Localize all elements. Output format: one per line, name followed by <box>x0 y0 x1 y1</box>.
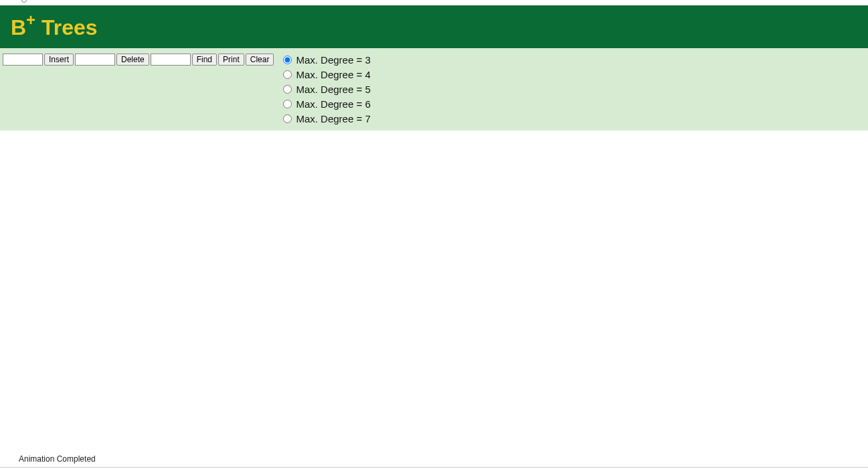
degree-radio-4[interactable] <box>283 70 292 79</box>
degree-option-3[interactable]: Max. Degree = 3 <box>283 53 370 68</box>
degree-radio-3[interactable] <box>283 56 292 64</box>
degree-label: Max. Degree = 5 <box>296 82 370 97</box>
degree-label: Max. Degree = 6 <box>296 97 370 112</box>
degree-option-5[interactable]: Max. Degree = 5 <box>283 82 370 97</box>
title-superscript: + <box>26 11 35 29</box>
bottom-divider <box>0 467 868 468</box>
insert-button[interactable]: Insert <box>44 54 74 66</box>
controls-left: Insert Delete Find Print Clear <box>3 51 274 66</box>
page-header: B+ Trees <box>0 5 868 48</box>
delete-input[interactable] <box>75 54 115 66</box>
degree-options: Max. Degree = 3 Max. Degree = 4 Max. Deg… <box>283 51 370 126</box>
decorative-circle-icon <box>21 0 27 3</box>
top-strip <box>0 0 868 5</box>
degree-option-6[interactable]: Max. Degree = 6 <box>283 97 370 112</box>
degree-label: Max. Degree = 3 <box>296 53 370 68</box>
clear-button[interactable]: Clear <box>246 54 274 66</box>
controls-bar: Insert Delete Find Print Clear Max. Degr… <box>0 48 868 130</box>
title-prefix: B <box>11 15 26 39</box>
degree-option-7[interactable]: Max. Degree = 7 <box>283 112 370 126</box>
degree-radio-5[interactable] <box>283 85 292 94</box>
find-button[interactable]: Find <box>192 54 217 66</box>
print-button[interactable]: Print <box>218 54 244 66</box>
insert-input[interactable] <box>3 54 43 66</box>
page-title: B+ Trees <box>11 15 98 39</box>
visualization-canvas <box>0 130 868 452</box>
degree-radio-7[interactable] <box>283 114 292 123</box>
status-text: Animation Completed <box>19 454 96 464</box>
delete-button[interactable]: Delete <box>116 54 149 66</box>
degree-radio-6[interactable] <box>283 100 292 108</box>
degree-label: Max. Degree = 7 <box>296 112 370 126</box>
title-rest: Trees <box>35 15 98 39</box>
find-input[interactable] <box>151 54 191 66</box>
degree-option-4[interactable]: Max. Degree = 4 <box>283 68 370 82</box>
degree-label: Max. Degree = 4 <box>296 68 370 82</box>
